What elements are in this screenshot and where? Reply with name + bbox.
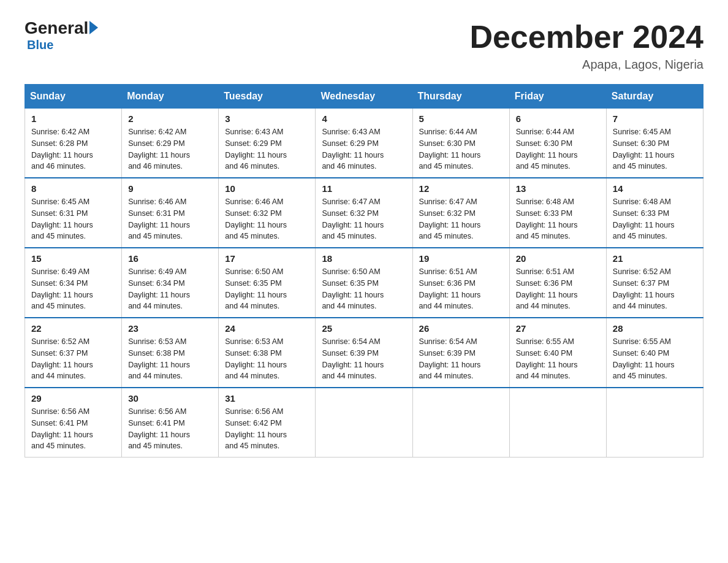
day-number: 11 xyxy=(322,183,406,194)
calendar-cell: 10Sunrise: 6:46 AMSunset: 6:32 PMDayligh… xyxy=(219,178,316,248)
day-detail-line: and 45 minutes. xyxy=(31,442,86,450)
day-detail-line: Daylight: 11 hours xyxy=(128,291,190,299)
day-detail-line: Sunset: 6:32 PM xyxy=(419,209,476,218)
day-detail-line: and 45 minutes. xyxy=(419,162,474,170)
calendar-cell: 5Sunrise: 6:44 AMSunset: 6:30 PMDaylight… xyxy=(412,109,509,178)
day-detail-line: Sunset: 6:33 PM xyxy=(613,209,669,218)
day-detail-line: Sunrise: 6:51 AM xyxy=(516,267,574,276)
day-detail-line: Sunset: 6:29 PM xyxy=(322,139,378,148)
day-info: Sunrise: 6:47 AMSunset: 6:32 PMDaylight:… xyxy=(322,196,406,242)
day-info: Sunrise: 6:54 AMSunset: 6:39 PMDaylight:… xyxy=(419,336,503,382)
day-detail-line: Sunset: 6:34 PM xyxy=(31,279,88,288)
day-info: Sunrise: 6:47 AMSunset: 6:32 PMDaylight:… xyxy=(419,196,503,242)
day-detail-line: Daylight: 11 hours xyxy=(419,291,481,299)
day-number: 21 xyxy=(613,253,697,264)
calendar-cell: 21Sunrise: 6:52 AMSunset: 6:37 PMDayligh… xyxy=(606,248,703,318)
calendar-cell: 6Sunrise: 6:44 AMSunset: 6:30 PMDaylight… xyxy=(509,109,606,178)
day-number: 10 xyxy=(225,183,309,194)
day-detail-line: Sunrise: 6:54 AM xyxy=(419,337,477,346)
day-detail-line: Sunset: 6:29 PM xyxy=(225,139,281,148)
day-detail-line: Sunrise: 6:49 AM xyxy=(31,267,89,276)
day-detail-line: and 45 minutes. xyxy=(516,232,571,240)
day-detail-line: Sunrise: 6:48 AM xyxy=(613,197,671,206)
day-detail-line: Sunset: 6:38 PM xyxy=(128,349,184,358)
day-detail-line: Daylight: 11 hours xyxy=(225,291,287,299)
day-info: Sunrise: 6:50 AMSunset: 6:35 PMDaylight:… xyxy=(322,266,406,312)
calendar-cell: 1Sunrise: 6:42 AMSunset: 6:28 PMDaylight… xyxy=(25,109,122,178)
calendar-cell: 22Sunrise: 6:52 AMSunset: 6:37 PMDayligh… xyxy=(25,318,122,388)
day-info: Sunrise: 6:45 AMSunset: 6:31 PMDaylight:… xyxy=(31,196,115,242)
calendar-cell: 15Sunrise: 6:49 AMSunset: 6:34 PMDayligh… xyxy=(25,248,122,318)
col-header-saturday: Saturday xyxy=(606,85,703,109)
day-detail-line: Sunset: 6:40 PM xyxy=(613,349,669,358)
day-detail-line: and 44 minutes. xyxy=(31,372,86,380)
day-number: 6 xyxy=(516,113,600,124)
day-detail-line: Sunset: 6:34 PM xyxy=(128,279,184,288)
calendar-cell: 26Sunrise: 6:54 AMSunset: 6:39 PMDayligh… xyxy=(412,318,509,388)
day-detail-line: Sunrise: 6:42 AM xyxy=(128,128,186,136)
week-row-2: 8Sunrise: 6:45 AMSunset: 6:31 PMDaylight… xyxy=(25,178,703,248)
logo-blue: Blue xyxy=(27,38,98,52)
day-detail-line: Sunrise: 6:55 AM xyxy=(516,337,574,346)
day-detail-line: Daylight: 11 hours xyxy=(31,291,93,299)
calendar-cell: 7Sunrise: 6:45 AMSunset: 6:30 PMDaylight… xyxy=(606,109,703,178)
day-detail-line: Sunset: 6:38 PM xyxy=(225,349,281,358)
day-number: 22 xyxy=(31,323,115,334)
day-detail-line: and 44 minutes. xyxy=(516,372,571,380)
day-detail-line: and 45 minutes. xyxy=(419,232,474,240)
day-detail-line: and 45 minutes. xyxy=(128,442,183,450)
day-detail-line: Sunrise: 6:46 AM xyxy=(225,197,283,206)
day-detail-line: and 44 minutes. xyxy=(613,302,667,310)
month-title: December 2024 xyxy=(469,18,703,55)
day-number: 1 xyxy=(31,113,115,124)
day-info: Sunrise: 6:51 AMSunset: 6:36 PMDaylight:… xyxy=(419,266,503,312)
day-number: 25 xyxy=(322,323,406,334)
col-header-tuesday: Tuesday xyxy=(219,85,316,109)
day-detail-line: Daylight: 11 hours xyxy=(419,361,481,369)
day-detail-line: Sunset: 6:31 PM xyxy=(31,209,88,218)
day-number: 12 xyxy=(419,183,503,194)
calendar-cell: 2Sunrise: 6:42 AMSunset: 6:29 PMDaylight… xyxy=(122,109,219,178)
day-detail-line: Sunset: 6:36 PM xyxy=(516,279,572,288)
day-number: 24 xyxy=(225,323,309,334)
calendar-cell: 16Sunrise: 6:49 AMSunset: 6:34 PMDayligh… xyxy=(122,248,219,318)
day-number: 15 xyxy=(31,253,115,264)
day-info: Sunrise: 6:43 AMSunset: 6:29 PMDaylight:… xyxy=(225,126,309,172)
calendar-cell: 25Sunrise: 6:54 AMSunset: 6:39 PMDayligh… xyxy=(316,318,412,388)
day-detail-line: Daylight: 11 hours xyxy=(322,291,384,299)
day-number: 14 xyxy=(613,183,697,194)
logo-arrow-icon xyxy=(89,21,98,34)
day-info: Sunrise: 6:43 AMSunset: 6:29 PMDaylight:… xyxy=(322,126,406,172)
day-detail-line: Sunset: 6:35 PM xyxy=(225,279,281,288)
calendar-cell: 14Sunrise: 6:48 AMSunset: 6:33 PMDayligh… xyxy=(606,178,703,248)
col-header-friday: Friday xyxy=(509,85,606,109)
day-detail-line: Sunrise: 6:51 AM xyxy=(419,267,477,276)
day-detail-line: Daylight: 11 hours xyxy=(613,221,675,229)
day-detail-line: Daylight: 11 hours xyxy=(322,361,384,369)
day-number: 5 xyxy=(419,113,503,124)
day-detail-line: Sunset: 6:37 PM xyxy=(31,349,88,358)
day-number: 3 xyxy=(225,113,309,124)
calendar-cell: 4Sunrise: 6:43 AMSunset: 6:29 PMDaylight… xyxy=(316,109,412,178)
day-detail-line: Sunrise: 6:44 AM xyxy=(516,128,574,136)
calendar-cell: 11Sunrise: 6:47 AMSunset: 6:32 PMDayligh… xyxy=(316,178,412,248)
day-detail-line: and 45 minutes. xyxy=(613,372,667,380)
col-header-thursday: Thursday xyxy=(412,85,509,109)
day-detail-line: and 45 minutes. xyxy=(225,232,279,240)
day-detail-line: Daylight: 11 hours xyxy=(31,151,93,159)
day-info: Sunrise: 6:48 AMSunset: 6:33 PMDaylight:… xyxy=(613,196,697,242)
day-detail-line: Daylight: 11 hours xyxy=(516,151,578,159)
col-header-monday: Monday xyxy=(122,85,219,109)
day-detail-line: and 44 minutes. xyxy=(419,302,474,310)
calendar-cell: 18Sunrise: 6:50 AMSunset: 6:35 PMDayligh… xyxy=(316,248,412,318)
day-number: 16 xyxy=(128,253,212,264)
day-detail-line: Daylight: 11 hours xyxy=(225,151,287,159)
day-detail-line: Sunset: 6:35 PM xyxy=(322,279,378,288)
day-detail-line: Sunrise: 6:50 AM xyxy=(225,267,283,276)
day-detail-line: Sunrise: 6:47 AM xyxy=(322,197,380,206)
day-detail-line: Sunset: 6:29 PM xyxy=(128,139,184,148)
day-detail-line: Sunset: 6:28 PM xyxy=(31,139,88,148)
day-detail-line: and 45 minutes. xyxy=(128,232,183,240)
day-detail-line: and 44 minutes. xyxy=(322,302,376,310)
day-detail-line: Sunrise: 6:45 AM xyxy=(613,128,671,136)
